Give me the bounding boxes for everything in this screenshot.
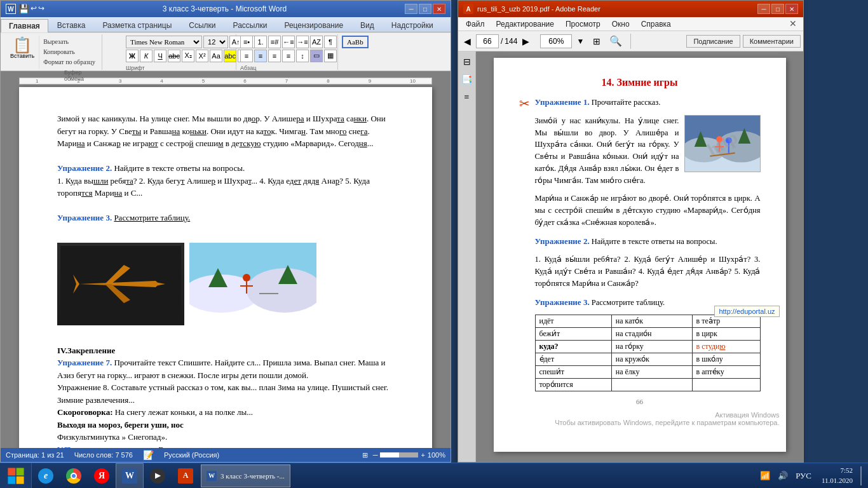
sidebar-pages-btn[interactable]: ⊟ xyxy=(459,54,475,69)
tray-clock[interactable]: 7:52 11.01.2020 xyxy=(817,464,858,487)
paste-label: Вставить xyxy=(10,53,34,59)
adobe-app-icon: A xyxy=(463,4,473,14)
show-desktop-btn[interactable] xyxy=(860,466,863,485)
menu-help[interactable]: Справка xyxy=(636,18,676,30)
taskbar-adobe-icon[interactable]: A xyxy=(172,463,200,489)
start-button[interactable] xyxy=(0,463,32,489)
style-normal[interactable]: AaBb xyxy=(342,36,369,48)
taskbar-word-icon[interactable]: W xyxy=(116,463,144,489)
copy-button[interactable]: Копировать xyxy=(41,47,98,57)
menu-window[interactable]: Окно xyxy=(607,18,635,30)
next-page-btn[interactable]: ▶ xyxy=(519,33,532,50)
numbering-btn[interactable]: 1. xyxy=(254,36,267,48)
taskbar-chrome-icon[interactable] xyxy=(60,463,88,489)
word-maximize-btn[interactable]: □ xyxy=(419,4,431,14)
word-close-btn[interactable]: ✕ xyxy=(433,4,445,14)
exercise7-label: Упражнение 7. xyxy=(57,358,112,367)
zoom-plus-btn[interactable]: + xyxy=(421,451,424,459)
word-app-icon: W xyxy=(6,4,16,14)
strikethrough-btn[interactable]: abc xyxy=(168,50,180,62)
tray-volume-icon[interactable]: 🔊 xyxy=(775,470,790,482)
tab-page-layout[interactable]: Разметка страницы xyxy=(94,18,180,32)
sidebar-bookmarks-btn[interactable]: 📑 xyxy=(459,72,475,87)
show-marks-btn[interactable]: ¶ xyxy=(324,36,337,48)
svg-rect-30 xyxy=(8,476,15,484)
sort-btn[interactable]: AZ xyxy=(310,36,323,48)
exercise2-questions: 1. Куда́ вы́шли ребя́та? 2. Куда́ бегу́т… xyxy=(535,254,761,289)
taskbar-yandex-icon[interactable]: Я xyxy=(88,463,116,489)
align-left-btn[interactable]: ≡ xyxy=(240,50,253,62)
tab-home[interactable]: Главная xyxy=(1,19,48,32)
italic-btn[interactable]: К xyxy=(140,50,153,62)
tray-date: 11.01.2020 xyxy=(822,476,853,485)
view-mode-btn[interactable]: ⊞ xyxy=(362,451,368,459)
shading-btn[interactable]: ▭ xyxy=(310,50,323,62)
tab-mailings[interactable]: Рассылки xyxy=(225,18,276,32)
zoom-slider[interactable] xyxy=(380,452,418,458)
sidebar-layers-btn[interactable]: ≡ xyxy=(459,90,475,105)
gym-label: Физкультминутка » Снегопад». xyxy=(57,431,394,444)
quick-access-save[interactable]: 💾 xyxy=(18,4,29,14)
tray-network-icon[interactable]: 📶 xyxy=(757,470,773,482)
adobe-maximize-btn[interactable]: □ xyxy=(771,4,784,14)
spell-check-icon[interactable]: 📝 xyxy=(143,450,154,460)
word-title: 3 класс 3-четверть - Microsoft Word xyxy=(44,4,405,13)
justify-btn[interactable]: ≡ xyxy=(282,50,295,62)
tab-references[interactable]: Ссылки xyxy=(180,18,224,32)
line-spacing-btn[interactable]: ↕ xyxy=(296,50,309,62)
border-btn[interactable]: ▦ xyxy=(324,50,337,62)
tab-review[interactable]: Рецензирование xyxy=(276,18,351,32)
prev-page-btn[interactable]: ◀ xyxy=(461,33,474,50)
taskbar-media-icon[interactable]: ▶ xyxy=(144,463,172,489)
zoom-in-btn[interactable]: 🔍 xyxy=(606,33,625,50)
bold-btn[interactable]: Ж xyxy=(126,50,139,62)
taskbar-ie-icon[interactable]: e xyxy=(32,463,60,489)
adobe-minimize-btn[interactable]: ─ xyxy=(757,4,770,14)
tab-insert[interactable]: Вставка xyxy=(49,18,94,32)
superscript-btn[interactable]: X² xyxy=(196,50,208,62)
adobe-close-btn[interactable]: ✕ xyxy=(785,4,798,14)
paste-button[interactable]: 📋 Вставить xyxy=(6,36,39,69)
cold-advice: Выходя на мороз, береги уши, нос xyxy=(57,419,394,431)
taskbar-word-btn[interactable]: W 3 класс 3-четверть -... xyxy=(201,464,290,487)
multilevel-btn[interactable]: ≡# xyxy=(268,36,281,48)
decrease-indent-btn[interactable]: ←≡ xyxy=(282,36,295,48)
tab-addins[interactable]: Надстройки xyxy=(383,18,442,32)
adobe-x-btn[interactable]: ✕ xyxy=(785,18,801,29)
tray-language-icon[interactable]: РУС xyxy=(793,470,814,482)
font-name-select[interactable]: Times New Roman xyxy=(126,36,202,48)
fit-page-btn[interactable]: ⊞ xyxy=(590,33,604,50)
quick-access-undo[interactable]: ↩ xyxy=(31,4,37,14)
taskbar-tray: 📶 🔊 РУС 7:52 11.01.2020 xyxy=(757,464,868,487)
quick-access-redo[interactable]: ↪ xyxy=(38,4,44,14)
font-size-select[interactable]: 12 xyxy=(203,36,228,48)
comment-btn[interactable]: Комментарии xyxy=(743,35,801,48)
table-cell: на кружо́к xyxy=(611,353,692,366)
adobe-toolbar: ◀ / 144 ▶ ▼ ⊞ 🔍 Подписание Комментарии xyxy=(458,31,803,51)
page-number-input[interactable] xyxy=(476,34,499,48)
tab-view[interactable]: Вид xyxy=(352,18,383,32)
table-cell: на стадио́н xyxy=(611,328,692,341)
word-minimize-btn[interactable]: ─ xyxy=(405,4,417,14)
adobe-page-area[interactable]: 14. Зимние игры ✂ Упражнение 1. Прочитай… xyxy=(476,51,803,462)
cut-button[interactable]: Вырезать xyxy=(41,37,98,46)
pdf-main-content: Упражнение 1. Прочитайте рассказ. xyxy=(535,96,761,391)
zoom-input[interactable] xyxy=(540,34,572,48)
change-case-btn[interactable]: Аа xyxy=(210,50,222,62)
word-ribbon-content: 📋 Вставить Вырезать Копировать Формат по… xyxy=(1,32,451,71)
align-center-btn[interactable]: ≡ xyxy=(254,50,267,62)
bullets-btn[interactable]: ≡• xyxy=(240,36,253,48)
menu-view[interactable]: Просмотр xyxy=(560,18,606,30)
zoom-dropdown-btn[interactable]: ▼ xyxy=(573,33,587,50)
menu-edit[interactable]: Редактирование xyxy=(491,18,559,30)
sign-btn[interactable]: Подписание xyxy=(686,35,740,48)
zoom-minus-btn[interactable]: ─ xyxy=(373,451,378,459)
format-painter-button[interactable]: Формат по образцу xyxy=(41,57,98,67)
highlight-btn[interactable]: abc xyxy=(224,50,236,62)
increase-indent-btn[interactable]: →≡ xyxy=(296,36,309,48)
underline-btn[interactable]: Ч xyxy=(154,50,166,62)
align-right-btn[interactable]: ≡ xyxy=(268,50,281,62)
language-status[interactable]: Русский (Россия) xyxy=(164,451,219,459)
subscript-btn[interactable]: X₂ xyxy=(182,50,194,62)
menu-file[interactable]: Файл xyxy=(461,18,490,30)
